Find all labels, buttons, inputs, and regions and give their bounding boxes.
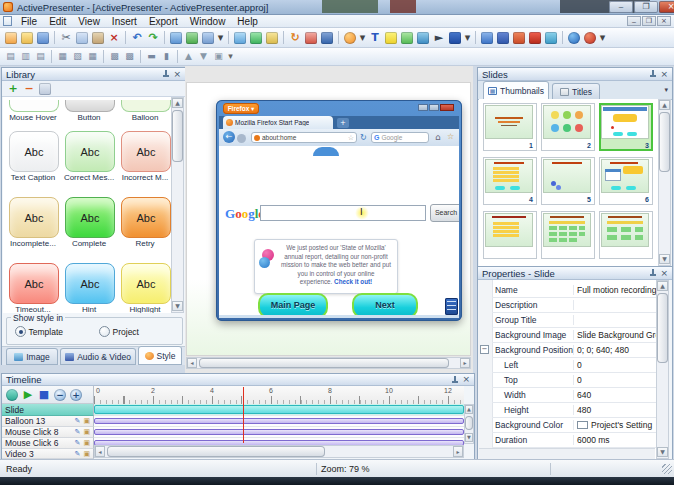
style-thumb-hint[interactable]: Abc (65, 263, 115, 304)
align-right-icon[interactable]: ▤ (34, 50, 47, 63)
distribute-vertical-icon[interactable]: ▩ (123, 50, 136, 63)
style-thumb-incomplete[interactable]: Abc (9, 197, 59, 238)
slide-thumbnail-5[interactable]: 5 (541, 157, 595, 205)
tab-style[interactable]: Style (138, 346, 182, 365)
zoom-out-icon[interactable]: − (54, 389, 66, 401)
pin-icon[interactable] (649, 70, 657, 78)
close-button[interactable]: × (659, 1, 674, 13)
scroll-left-arrow[interactable]: ◂ (187, 358, 197, 368)
group-icon[interactable]: ▣ (212, 50, 225, 63)
menu-file[interactable]: File (15, 16, 43, 27)
slide-thumbnail-8[interactable] (541, 211, 595, 259)
slide-thumbnail-4[interactable]: 4 (483, 157, 537, 205)
align-left-icon[interactable]: ▤ (4, 50, 17, 63)
scroll-up-arrow[interactable]: ▲ (657, 281, 668, 291)
object-bar[interactable] (94, 429, 464, 435)
track-label-slide[interactable]: Slide (2, 404, 94, 416)
cut-icon[interactable]: ✂ (59, 31, 73, 45)
track-lock-icon[interactable]: ▣ (83, 417, 90, 425)
track-label-balloon-13[interactable]: Balloon 13✎▣ (2, 416, 94, 427)
remove-object-icon[interactable] (305, 32, 317, 44)
pin-icon[interactable] (451, 376, 459, 384)
zoom-region-icon[interactable] (449, 32, 461, 44)
video-icon[interactable] (417, 32, 429, 44)
bring-forward-icon[interactable]: ▲ (182, 50, 195, 63)
child-restore-button[interactable]: ❐ (642, 16, 656, 26)
export-html-icon[interactable] (545, 32, 557, 44)
track-label-video-3[interactable]: Video 3✎▣ (2, 449, 94, 459)
paste-style-icon[interactable] (39, 83, 51, 95)
track-row-balloon-13[interactable] (94, 416, 464, 427)
export-powerpoint-icon[interactable] (513, 32, 525, 44)
balloon-caret-icon[interactable]: ▾ (359, 31, 366, 45)
paste-icon[interactable] (92, 32, 104, 44)
slide-thumbnail-6[interactable]: 6 (599, 157, 653, 205)
tab-audio-video[interactable]: Audio & Video (60, 348, 136, 365)
style-thumb-button[interactable] (65, 100, 115, 112)
scroll-up-arrow[interactable]: ▲ (465, 405, 473, 414)
scrollbar-thumb[interactable] (657, 293, 668, 363)
library-scrollbar[interactable]: ▲ ▼ (171, 97, 184, 313)
slide-thumbnail-9[interactable] (599, 211, 653, 259)
zoom-select-icon[interactable] (170, 32, 182, 44)
slide-thumbnail-1[interactable]: 1 (483, 103, 537, 151)
scroll-up-arrow[interactable]: ▲ (659, 100, 670, 110)
refresh-object-icon[interactable]: ↻ (288, 31, 302, 45)
close-icon[interactable]: × (660, 269, 668, 278)
slides-scrollbar[interactable]: ▲ ▼ (658, 99, 671, 266)
help-icon[interactable] (568, 32, 580, 44)
main-page-button[interactable]: Main Page (258, 293, 328, 315)
menu-view[interactable]: View (72, 16, 106, 27)
same-width-icon[interactable]: ▬ (145, 50, 158, 63)
track-label-mouse-click-8[interactable]: Mouse Click 8✎▣ (2, 427, 94, 438)
close-icon[interactable]: × (173, 70, 181, 79)
closed-caption-icon[interactable] (321, 32, 333, 44)
slide-thumbnail-2[interactable]: 2 (541, 103, 595, 151)
canvas-hscrollbar[interactable]: ◂ ▸ (186, 357, 471, 369)
menu-window[interactable]: Window (184, 16, 232, 27)
style-thumb-incorrect[interactable]: Abc (121, 131, 171, 172)
scroll-down-arrow[interactable]: ▼ (465, 433, 473, 442)
property-row-background-position[interactable]: Background Position0; 0; 640; 480 (492, 342, 656, 358)
shape-icon[interactable] (385, 32, 397, 44)
timeline-vscrollbar[interactable]: ▲ ▼ (464, 404, 474, 444)
style-thumb-timeout[interactable]: Abc (9, 263, 59, 304)
track-lock-icon[interactable]: ▣ (83, 428, 90, 436)
align-middle-icon[interactable]: ▧ (71, 50, 84, 63)
property-row-group-title[interactable]: Group Title (492, 312, 656, 328)
resize-grip[interactable] (662, 464, 672, 474)
style-thumb-text-caption[interactable]: Abc (9, 131, 59, 172)
tab-image[interactable]: Image (6, 348, 58, 365)
property-row-name[interactable]: NameFull motion recording (492, 282, 656, 298)
style-thumb-correct[interactable]: Abc (65, 131, 115, 172)
property-row-background-color[interactable]: Background ColorProject's Setting (492, 417, 656, 433)
menu-insert[interactable]: Insert (106, 16, 143, 27)
export-pdf-icon[interactable] (529, 32, 541, 44)
slide-thumbnail-3-selected[interactable]: 3 (599, 103, 653, 151)
scroll-right-arrow[interactable]: ▸ (453, 446, 463, 457)
same-height-icon[interactable]: ▮ (160, 50, 173, 63)
redo-icon[interactable]: ↷ (146, 31, 160, 45)
zoom-in-icon[interactable]: + (70, 389, 82, 401)
close-icon[interactable]: × (660, 70, 668, 79)
record-screen-icon[interactable] (250, 32, 262, 44)
pin-icon[interactable] (162, 70, 170, 78)
scroll-right-arrow[interactable]: ▸ (460, 358, 470, 368)
image-icon[interactable] (401, 32, 413, 44)
minimize-button[interactable]: – (609, 1, 633, 13)
style-thumb-balloon[interactable] (121, 100, 171, 112)
color-swatch[interactable] (577, 421, 588, 429)
scrollbar-thumb[interactable] (107, 446, 325, 457)
property-row-height[interactable]: Height480 (492, 402, 656, 418)
send-backward-icon[interactable]: ▼ (197, 50, 210, 63)
track-effect-icon[interactable]: ✎ (75, 439, 81, 447)
playhead[interactable] (243, 387, 244, 443)
track-effect-icon[interactable]: ✎ (75, 428, 81, 436)
next-button[interactable]: Next (352, 293, 418, 315)
tab-thumbnails[interactable]: ▦ Thumbnails (483, 81, 549, 100)
about-icon[interactable] (584, 32, 596, 44)
stop-icon[interactable]: ■ (37, 388, 51, 402)
menu-help[interactable]: Help (231, 16, 264, 27)
scroll-left-arrow[interactable]: ◂ (95, 446, 105, 457)
new-slide-icon[interactable] (234, 32, 246, 44)
